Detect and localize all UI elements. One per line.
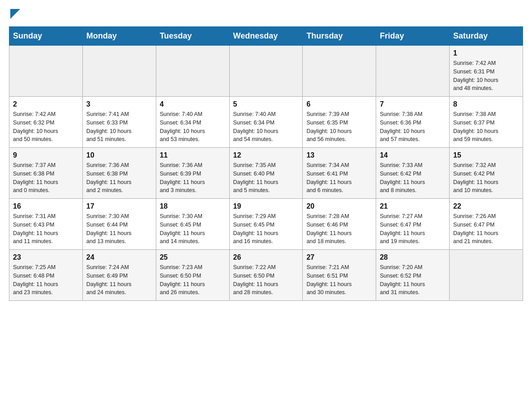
calendar-day-cell: 18Sunrise: 7:30 AM Sunset: 6:45 PM Dayli… [156, 199, 229, 250]
calendar-day-cell: 12Sunrise: 7:35 AM Sunset: 6:40 PM Dayli… [229, 148, 303, 199]
day-info: Sunrise: 7:40 AM Sunset: 6:34 PM Dayligh… [160, 110, 226, 144]
day-number: 24 [86, 253, 152, 261]
calendar-day-cell: 28Sunrise: 7:20 AM Sunset: 6:52 PM Dayli… [376, 250, 450, 301]
day-info: Sunrise: 7:42 AM Sunset: 6:32 PM Dayligh… [13, 110, 79, 144]
calendar-day-cell [9, 46, 83, 97]
calendar-week-row: 9Sunrise: 7:37 AM Sunset: 6:38 PM Daylig… [9, 148, 523, 199]
calendar-week-row: 1Sunrise: 7:42 AM Sunset: 6:31 PM Daylig… [9, 46, 523, 97]
day-info: Sunrise: 7:26 AM Sunset: 6:47 PM Dayligh… [453, 212, 519, 246]
calendar-day-cell: 19Sunrise: 7:29 AM Sunset: 6:45 PM Dayli… [229, 199, 303, 250]
day-info: Sunrise: 7:41 AM Sunset: 6:33 PM Dayligh… [86, 110, 152, 144]
calendar-header-friday: Friday [376, 27, 450, 46]
calendar-day-cell: 13Sunrise: 7:34 AM Sunset: 6:41 PM Dayli… [303, 148, 376, 199]
day-number: 14 [380, 151, 446, 159]
calendar-day-cell: 11Sunrise: 7:36 AM Sunset: 6:39 PM Dayli… [156, 148, 229, 199]
day-number: 11 [160, 151, 226, 159]
calendar-day-cell: 16Sunrise: 7:31 AM Sunset: 6:43 PM Dayli… [9, 199, 83, 250]
logo-triangle-icon [10, 9, 20, 19]
day-info: Sunrise: 7:31 AM Sunset: 6:43 PM Dayligh… [13, 212, 79, 246]
day-info: Sunrise: 7:21 AM Sunset: 6:51 PM Dayligh… [306, 263, 372, 297]
day-info: Sunrise: 7:36 AM Sunset: 6:39 PM Dayligh… [160, 161, 226, 195]
day-info: Sunrise: 7:42 AM Sunset: 6:31 PM Dayligh… [453, 59, 519, 93]
day-info: Sunrise: 7:25 AM Sunset: 6:48 PM Dayligh… [13, 263, 79, 297]
day-info: Sunrise: 7:36 AM Sunset: 6:38 PM Dayligh… [86, 161, 152, 195]
day-info: Sunrise: 7:30 AM Sunset: 6:45 PM Dayligh… [160, 212, 226, 246]
calendar-day-cell: 7Sunrise: 7:38 AM Sunset: 6:36 PM Daylig… [376, 97, 450, 148]
day-number: 28 [380, 253, 446, 261]
calendar-week-row: 16Sunrise: 7:31 AM Sunset: 6:43 PM Dayli… [9, 199, 523, 250]
calendar-day-cell: 23Sunrise: 7:25 AM Sunset: 6:48 PM Dayli… [9, 250, 83, 301]
calendar-day-cell: 26Sunrise: 7:22 AM Sunset: 6:50 PM Dayli… [229, 250, 303, 301]
calendar-day-cell: 6Sunrise: 7:39 AM Sunset: 6:35 PM Daylig… [303, 97, 376, 148]
day-number: 3 [86, 100, 152, 108]
day-info: Sunrise: 7:22 AM Sunset: 6:50 PM Dayligh… [233, 263, 299, 297]
day-number: 19 [233, 202, 299, 210]
svg-marker-0 [10, 9, 20, 19]
calendar-header-row: SundayMondayTuesdayWednesdayThursdayFrid… [9, 27, 523, 46]
day-number: 25 [160, 253, 226, 261]
calendar-table: SundayMondayTuesdayWednesdayThursdayFrid… [9, 26, 523, 301]
calendar-day-cell: 17Sunrise: 7:30 AM Sunset: 6:44 PM Dayli… [82, 199, 156, 250]
calendar-day-cell [450, 250, 523, 301]
day-info: Sunrise: 7:29 AM Sunset: 6:45 PM Dayligh… [233, 212, 299, 246]
calendar-header-saturday: Saturday [450, 27, 523, 46]
calendar-day-cell: 25Sunrise: 7:23 AM Sunset: 6:50 PM Dayli… [156, 250, 229, 301]
day-info: Sunrise: 7:38 AM Sunset: 6:36 PM Dayligh… [380, 110, 446, 144]
day-number: 13 [306, 151, 372, 159]
day-info: Sunrise: 7:35 AM Sunset: 6:40 PM Dayligh… [233, 161, 299, 195]
calendar-day-cell: 10Sunrise: 7:36 AM Sunset: 6:38 PM Dayli… [82, 148, 156, 199]
day-info: Sunrise: 7:30 AM Sunset: 6:44 PM Dayligh… [86, 212, 152, 246]
day-number: 10 [86, 151, 152, 159]
day-info: Sunrise: 7:34 AM Sunset: 6:41 PM Dayligh… [306, 161, 372, 195]
day-number: 12 [233, 151, 299, 159]
logo-icon [9, 9, 20, 20]
day-number: 6 [306, 100, 372, 108]
calendar-day-cell: 2Sunrise: 7:42 AM Sunset: 6:32 PM Daylig… [9, 97, 83, 148]
day-info: Sunrise: 7:24 AM Sunset: 6:49 PM Dayligh… [86, 263, 152, 297]
day-info: Sunrise: 7:37 AM Sunset: 6:38 PM Dayligh… [13, 161, 79, 195]
calendar-day-cell: 14Sunrise: 7:33 AM Sunset: 6:42 PM Dayli… [376, 148, 450, 199]
calendar-header-monday: Monday [82, 27, 156, 46]
calendar-header-tuesday: Tuesday [156, 27, 229, 46]
day-number: 9 [13, 151, 79, 159]
day-info: Sunrise: 7:20 AM Sunset: 6:52 PM Dayligh… [380, 263, 446, 297]
day-number: 20 [306, 202, 372, 210]
day-number: 1 [453, 49, 519, 57]
calendar-week-row: 2Sunrise: 7:42 AM Sunset: 6:32 PM Daylig… [9, 97, 523, 148]
day-info: Sunrise: 7:32 AM Sunset: 6:42 PM Dayligh… [453, 161, 519, 195]
calendar-day-cell: 22Sunrise: 7:26 AM Sunset: 6:47 PM Dayli… [450, 199, 523, 250]
day-info: Sunrise: 7:27 AM Sunset: 6:47 PM Dayligh… [380, 212, 446, 246]
calendar-day-cell: 5Sunrise: 7:40 AM Sunset: 6:34 PM Daylig… [229, 97, 303, 148]
day-number: 17 [86, 202, 152, 210]
day-number: 2 [13, 100, 79, 108]
day-number: 16 [13, 202, 79, 210]
calendar-day-cell [376, 46, 450, 97]
calendar-day-cell: 21Sunrise: 7:27 AM Sunset: 6:47 PM Dayli… [376, 199, 450, 250]
day-number: 4 [160, 100, 226, 108]
day-info: Sunrise: 7:28 AM Sunset: 6:46 PM Dayligh… [306, 212, 372, 246]
day-number: 5 [233, 100, 299, 108]
day-number: 21 [380, 202, 446, 210]
day-number: 26 [233, 253, 299, 261]
day-info: Sunrise: 7:38 AM Sunset: 6:37 PM Dayligh… [453, 110, 519, 144]
calendar-header-thursday: Thursday [303, 27, 376, 46]
logo [9, 9, 20, 17]
day-info: Sunrise: 7:23 AM Sunset: 6:50 PM Dayligh… [160, 263, 226, 297]
calendar-day-cell: 3Sunrise: 7:41 AM Sunset: 6:33 PM Daylig… [82, 97, 156, 148]
calendar-header-sunday: Sunday [9, 27, 83, 46]
calendar-day-cell: 4Sunrise: 7:40 AM Sunset: 6:34 PM Daylig… [156, 97, 229, 148]
calendar-day-cell: 24Sunrise: 7:24 AM Sunset: 6:49 PM Dayli… [82, 250, 156, 301]
calendar-day-cell: 15Sunrise: 7:32 AM Sunset: 6:42 PM Dayli… [450, 148, 523, 199]
day-number: 7 [380, 100, 446, 108]
day-number: 18 [160, 202, 226, 210]
day-number: 15 [453, 151, 519, 159]
calendar-week-row: 23Sunrise: 7:25 AM Sunset: 6:48 PM Dayli… [9, 250, 523, 301]
calendar-day-cell: 27Sunrise: 7:21 AM Sunset: 6:51 PM Dayli… [303, 250, 376, 301]
day-number: 23 [13, 253, 79, 261]
day-info: Sunrise: 7:39 AM Sunset: 6:35 PM Dayligh… [306, 110, 372, 144]
calendar-day-cell [82, 46, 156, 97]
day-number: 27 [306, 253, 372, 261]
calendar-header-wednesday: Wednesday [229, 27, 303, 46]
calendar-day-cell: 1Sunrise: 7:42 AM Sunset: 6:31 PM Daylig… [450, 46, 523, 97]
calendar-day-cell: 9Sunrise: 7:37 AM Sunset: 6:38 PM Daylig… [9, 148, 83, 199]
